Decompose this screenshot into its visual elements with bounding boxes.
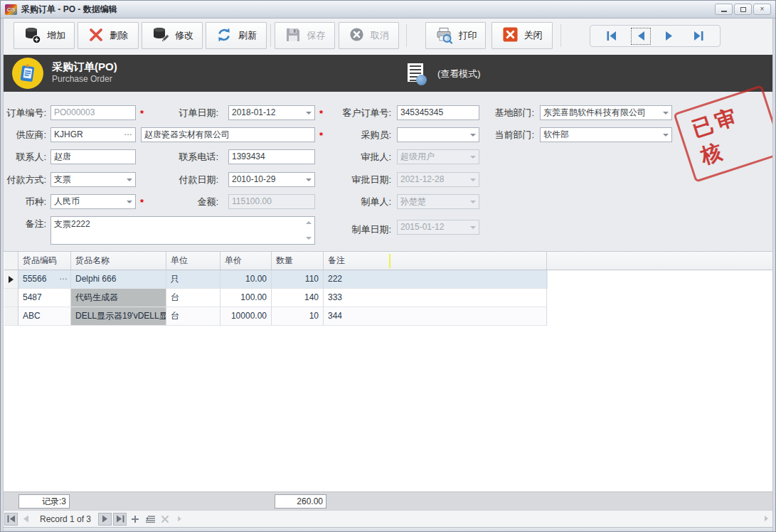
navigator-prev-button[interactable]: [19, 513, 33, 526]
table-row[interactable]: 5487 代码生成器 台 100.00 140 333: [4, 289, 548, 307]
column-header-name[interactable]: 货品名称: [71, 252, 166, 270]
nav-next-button[interactable]: [660, 28, 679, 44]
cell-code[interactable]: 5487: [18, 289, 71, 307]
cell-price[interactable]: 10000.00: [220, 307, 272, 326]
table-row[interactable]: 55566… Delphi 666 只 10.00 110 222: [4, 270, 548, 289]
cell-price[interactable]: 100.00: [220, 289, 272, 307]
cell-unit[interactable]: 台: [166, 307, 220, 326]
nav-last-button[interactable]: [689, 28, 708, 44]
ellipsis-button[interactable]: …: [122, 128, 134, 142]
amount-field: 115100.00: [228, 194, 315, 209]
remark-field[interactable]: 支票2222: [51, 216, 315, 245]
delete-button[interactable]: 删除: [78, 22, 139, 49]
order-date-field[interactable]: 2018-01-12: [228, 105, 315, 120]
contact-field[interactable]: 赵唐: [51, 149, 136, 164]
order-form: 订单编号: PO000003 * 订单日期: 2018-01-12 * 客户订单…: [1, 92, 775, 251]
scroll-up-icon[interactable]: [306, 221, 312, 224]
column-header-qty[interactable]: 数量: [272, 252, 324, 270]
maker-label: 制单人:: [324, 194, 391, 209]
navigator-edit-button[interactable]: [143, 513, 156, 526]
contact-label: 联系人:: [2, 149, 46, 164]
pay-date-field[interactable]: 2010-10-29: [228, 172, 315, 187]
table-row[interactable]: ABC DELL显示器19'vDELL显 台 10000.00 10 344: [4, 307, 548, 326]
cell-code[interactable]: 55566…: [18, 270, 71, 289]
nav-prev-button[interactable]: [632, 28, 650, 44]
close-window-button[interactable]: ×: [753, 4, 771, 15]
caret-line: [389, 254, 390, 268]
print-button-label: 打印: [459, 29, 477, 42]
navigator-scroll-right-icon[interactable]: [765, 516, 768, 521]
modify-button-label: 修改: [175, 29, 193, 42]
cell-name[interactable]: DELL显示器19'vDELL显: [71, 307, 166, 326]
chevron-down-icon: [306, 179, 312, 181]
close-form-button[interactable]: 关闭: [491, 22, 553, 49]
pay-method-field[interactable]: 支票: [51, 172, 136, 187]
minimize-icon: [721, 11, 727, 12]
cell-unit[interactable]: 只: [166, 270, 220, 289]
chevron-down-icon: [663, 134, 669, 137]
cell-remark[interactable]: 344: [324, 307, 547, 326]
toolbar-separator: [406, 24, 407, 47]
cell-qty[interactable]: 10: [272, 307, 324, 326]
cell-code[interactable]: ABC: [18, 307, 71, 326]
make-date-field: 2015-01-12: [397, 220, 479, 235]
minimize-button[interactable]: [715, 4, 733, 15]
delete-button-label: 删除: [110, 29, 128, 42]
navigator-next-button[interactable]: [98, 513, 112, 526]
record-count-box: 记录:3: [18, 494, 70, 509]
maximize-icon: [740, 7, 746, 12]
supplier-label: 供应商:: [2, 127, 46, 142]
toolbar-separator: [560, 24, 561, 47]
record-navigator: Record 1 of 3: [1, 510, 775, 527]
approve-date-field: 2021-12-28: [397, 172, 479, 187]
maximize-button[interactable]: [734, 4, 752, 15]
modify-button[interactable]: 修改: [142, 22, 203, 49]
column-header-remark[interactable]: 备注: [324, 252, 547, 270]
print-button[interactable]: 打印: [425, 22, 486, 49]
page-title: 采购订单(PO): [52, 60, 117, 74]
supplier-code-field[interactable]: KJHGR…: [51, 127, 136, 142]
phone-field[interactable]: 1393434: [228, 149, 315, 164]
row-indicator-cell: [4, 307, 18, 326]
current-dept-field[interactable]: 软件部: [540, 127, 672, 142]
grid-summary-band: 记录:3 260.00: [1, 491, 775, 510]
base-dept-field[interactable]: 东莞喜鹊软件科技有限公司: [540, 105, 672, 120]
cell-qty[interactable]: 110: [272, 270, 324, 289]
navigator-delete-button[interactable]: [158, 513, 171, 526]
close-icon: ×: [760, 6, 765, 13]
add-button[interactable]: 增加: [14, 22, 75, 49]
cell-unit[interactable]: 台: [166, 289, 220, 307]
nav-first-button[interactable]: [602, 28, 621, 44]
column-header-unit[interactable]: 单位: [166, 252, 220, 270]
grid-header-row: 货品编码 货品名称 单位 单价 数量 备注: [4, 252, 772, 270]
main-toolbar: 增加 删除 修改 刷新 保存 取消 打印 关闭: [1, 18, 775, 55]
title-bar: C/S 采购订单 - PO - 数据编辑 ×: [1, 1, 775, 18]
record-nav-group: [590, 25, 721, 47]
navigator-first-button[interactable]: [4, 513, 18, 526]
scroll-down-icon[interactable]: [306, 237, 312, 240]
database-add-icon: [23, 26, 41, 46]
current-dept-label: 当前部门:: [467, 127, 534, 142]
cell-name[interactable]: Delphi 666: [71, 270, 166, 289]
column-header-code[interactable]: 货品编码: [18, 252, 71, 270]
cell-price[interactable]: 10.00: [220, 270, 272, 289]
make-date-label: 制单日期:: [324, 222, 391, 237]
cell-qty[interactable]: 140: [272, 289, 324, 307]
navigator-last-button[interactable]: [113, 513, 127, 526]
column-header-filler: [547, 252, 772, 270]
cell-name[interactable]: 代码生成器: [71, 289, 166, 307]
cell-remark[interactable]: 222: [324, 270, 547, 289]
navigator-append-button[interactable]: [128, 513, 142, 526]
view-mode-icon: [408, 63, 429, 85]
currency-field[interactable]: 人民币: [51, 194, 136, 209]
row-indicator-cell: [4, 289, 18, 307]
customer-po-label: 客户订单号:: [324, 105, 391, 120]
navigator-more-icon: [173, 513, 186, 526]
ellipsis-button[interactable]: …: [58, 272, 69, 286]
cell-remark[interactable]: 333: [324, 289, 547, 307]
save-button: 保存: [275, 22, 335, 49]
column-header-price[interactable]: 单价: [220, 252, 272, 270]
refresh-button[interactable]: 刷新: [206, 22, 267, 49]
maker-field: 孙楚楚: [397, 194, 479, 209]
delete-x-icon: [88, 27, 104, 45]
